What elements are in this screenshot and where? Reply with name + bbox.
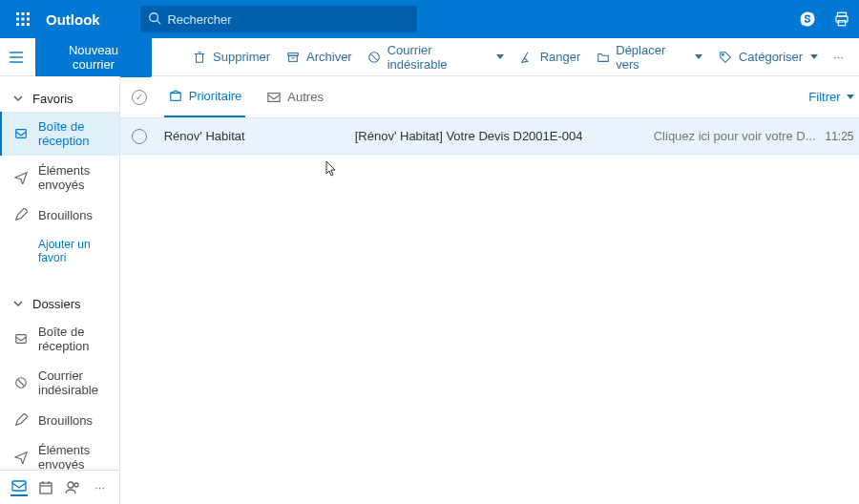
cursor-icon [325,160,338,178]
categorize-button[interactable]: Catégoriser [710,38,826,76]
chevron-down-icon [695,54,702,59]
svg-rect-1 [22,12,25,15]
calendar-icon[interactable] [37,479,54,496]
favorites-label: Favoris [32,92,73,106]
chevron-down-icon [13,94,25,105]
move-label: Déplacer vers [616,43,687,72]
focused-icon [168,89,183,104]
svg-point-9 [149,13,157,22]
skype-icon[interactable] [798,10,817,29]
search-box[interactable] [140,6,417,32]
filter-label: Filtrer [808,90,840,104]
sidebar-item-sent[interactable]: Éléments envoyés [0,156,119,200]
junk-label: Courrier indésirable [388,43,489,72]
tab-focused[interactable]: Prioritaire [164,77,246,117]
folders-label: Dossiers [32,297,81,311]
favorites-section-header[interactable]: Favoris [0,82,119,112]
sidebar-item-junk[interactable]: Courrier indésirable [0,361,119,405]
delete-button[interactable]: Supprimer [184,38,278,76]
sidebar-item-label: Boîte de réception [38,325,112,353]
app-launcher-icon[interactable] [8,4,38,34]
brand-label: Outlook [46,11,100,28]
archive-icon [285,50,301,65]
svg-rect-32 [12,481,26,491]
main-area: Favoris Boîte de réception Éléments envo… [0,76,859,504]
sidebar-item-inbox[interactable]: Boîte de réception [0,112,119,156]
message-preview: Cliquez ici pour voir votre D... [646,129,816,143]
sidebar-item-drafts[interactable]: Brouillons [0,200,119,230]
chevron-down-icon [13,299,25,310]
add-favorite-label: Ajouter un favori [38,238,112,264]
mail-icon [266,90,282,105]
folder-move-icon [596,50,610,65]
svg-rect-3 [16,18,19,21]
svg-rect-33 [40,483,52,494]
message-subject: [Rénov' Habitat] Votre Devis D2001E-004 [355,129,646,143]
archive-label: Archiver [306,50,352,64]
chevron-down-icon [810,54,818,59]
pencil-icon [13,412,29,428]
sidebar-item-drafts[interactable]: Brouillons [0,405,119,435]
svg-rect-4 [22,18,25,21]
svg-rect-28 [16,335,27,344]
people-icon[interactable] [64,479,81,496]
message-row[interactable]: Rénov' Habitat [Rénov' Habitat] Votre De… [120,118,859,155]
pencil-icon [13,207,29,222]
sweep-label: Ranger [540,50,581,64]
svg-rect-39 [170,93,180,100]
print-icon[interactable] [832,10,851,29]
row-checkbox[interactable] [132,129,147,144]
svg-rect-17 [197,53,203,62]
sidebar-item-label: Courrier indésirable [38,368,112,397]
blocked-icon [13,375,29,390]
broom-icon [519,50,534,65]
mail-icon[interactable] [10,479,28,496]
suite-header: Outlook [0,0,859,38]
chevron-down-icon [847,94,854,99]
svg-line-10 [157,21,160,25]
svg-rect-13 [838,21,846,26]
svg-rect-2 [27,12,30,15]
select-all-checkbox[interactable] [132,90,147,105]
chevron-down-icon [496,54,504,59]
archive-button[interactable]: Archiver [278,38,360,76]
delete-label: Supprimer [213,50,270,64]
sidebar-item-label: Éléments envoyés [38,443,112,470]
tag-icon [718,50,733,65]
add-favorite-link[interactable]: Ajouter un favori [0,230,119,272]
nav-toggle-icon[interactable] [8,48,26,67]
folders-section-header[interactable]: Dossiers [0,287,119,317]
search-icon [148,11,162,27]
new-message-button[interactable]: Nouveau courrier [35,37,152,77]
move-button[interactable]: Déplacer vers [588,38,710,76]
tab-other-label: Autres [287,90,324,104]
ellipsis-icon[interactable]: ··· [92,479,109,496]
tab-other[interactable]: Autres [262,78,327,116]
sidebar-item-inbox[interactable]: Boîte de réception [0,317,119,361]
blocked-icon [367,50,382,65]
trash-icon [192,50,207,65]
folder-sidebar: Favoris Boîte de réception Éléments envo… [0,76,120,504]
svg-rect-6 [16,23,19,26]
tab-focused-label: Prioritaire [189,89,242,103]
more-actions-button[interactable]: ··· [826,38,851,76]
categorize-label: Catégoriser [739,50,803,64]
sidebar-item-label: Brouillons [38,413,93,428]
send-icon [13,450,29,465]
svg-line-30 [18,380,25,387]
svg-rect-27 [16,130,27,138]
svg-point-37 [68,482,73,488]
message-sender: Rénov' Habitat [164,129,355,143]
command-bar: Nouveau courrier Supprimer Archiver Cour… [0,38,859,76]
search-input[interactable] [167,12,409,27]
message-time: 11:25 [816,130,854,143]
svg-rect-5 [27,18,30,21]
junk-button[interactable]: Courrier indésirable [360,38,512,76]
inbox-icon [13,126,29,141]
sweep-button[interactable]: Ranger [512,38,589,76]
svg-point-26 [722,53,723,55]
filter-button[interactable]: Filtrer [808,90,853,104]
svg-rect-40 [268,93,280,101]
sidebar-item-sent[interactable]: Éléments envoyés [0,435,119,470]
sidebar-item-label: Brouillons [38,208,93,222]
